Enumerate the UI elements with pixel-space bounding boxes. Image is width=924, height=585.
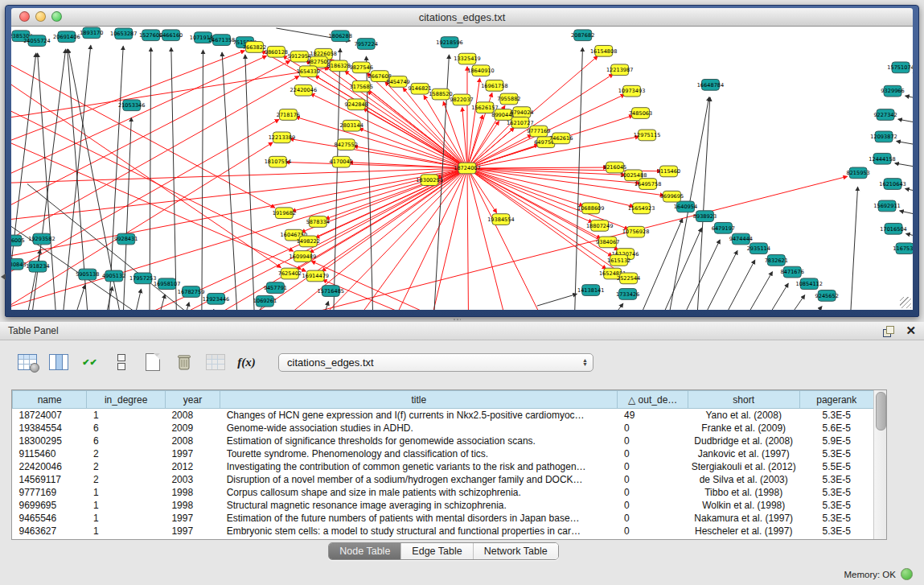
window-resize-grip[interactable] — [900, 297, 911, 308]
network-canvas[interactable]: 2385304240557242069140618931701065328715… — [11, 27, 913, 310]
graph-node[interactable]: 7625402 — [278, 268, 302, 279]
cell-year[interactable]: 1998 — [165, 499, 220, 512]
new-file-icon[interactable] — [142, 352, 163, 373]
cell-pagerank[interactable]: 5.5E-5 — [799, 460, 873, 473]
graph-node[interactable]: 1893170 — [80, 27, 103, 39]
cell-title[interactable]: Estimation of significance thresholds fo… — [220, 435, 618, 447]
graph-node[interactable]: 9329966 — [881, 85, 904, 97]
graph-node[interactable]: 7485063 — [629, 108, 652, 119]
table-row[interactable]: 1456911722003Disruption of a novel membe… — [13, 473, 874, 486]
table-row[interactable]: 946362711997Embryonic stem cells: a mode… — [13, 525, 874, 538]
graph-node[interactable]: 7957224 — [355, 39, 378, 50]
graph-node[interactable]: 9699695 — [660, 191, 684, 202]
table-row[interactable]: 977716911998Corpus callosum shape and si… — [13, 486, 874, 499]
cell-out_de[interactable]: 0 — [618, 512, 688, 525]
graph-node[interactable]: 14138141 — [577, 285, 605, 296]
delete-icon[interactable] — [173, 352, 195, 373]
cell-name[interactable]: 18300295 — [13, 435, 87, 447]
cell-out_de[interactable]: 0 — [618, 422, 688, 435]
graph-node[interactable]: 16782759 — [178, 286, 205, 298]
graph-node[interactable]: 2087682 — [571, 30, 594, 41]
graph-node[interactable]: 1069261 — [253, 295, 277, 307]
tab-edge-table[interactable]: Edge Table — [400, 543, 472, 559]
cell-title[interactable]: Investigating the contribution of common… — [220, 460, 618, 473]
graph-node[interactable]: 10688609 — [577, 203, 605, 214]
cell-title[interactable]: Changes of HCN gene expression and I(f) … — [220, 409, 618, 422]
graph-node[interactable]: 19218596 — [436, 37, 463, 48]
cell-name[interactable]: 9115460 — [13, 447, 87, 460]
graph-node[interactable]: 7832621 — [765, 255, 788, 266]
cell-title[interactable]: Embryonic stem cells: a model to study s… — [220, 525, 618, 538]
graph-node[interactable]: 9822037 — [450, 94, 473, 105]
cell-pagerank[interactable]: 5.3E-5 — [799, 473, 873, 486]
graph-node[interactable]: 1640954 — [674, 201, 697, 212]
graph-node[interactable]: 12444158 — [869, 153, 896, 164]
cell-year[interactable]: 2003 — [165, 473, 220, 486]
scrollbar-thumb[interactable] — [876, 392, 886, 431]
cell-out_de[interactable]: 0 — [618, 460, 688, 473]
graph-node[interactable]: 8427552 — [335, 139, 358, 150]
column-header-short[interactable]: short — [688, 391, 799, 409]
graph-node[interactable]: 15692911 — [873, 200, 901, 212]
graph-node[interactable]: 22420046 — [290, 84, 318, 96]
cell-out_de[interactable]: 0 — [618, 473, 688, 486]
graph-node[interactable]: 16958107 — [154, 278, 181, 290]
graph-node[interactable]: 1167534 — [893, 243, 913, 254]
graph-node[interactable]: 15751074 — [887, 62, 913, 73]
column-header-in_degree[interactable]: in_degree — [87, 391, 165, 409]
graph-node[interactable]: 5905138 — [76, 269, 99, 280]
cell-short[interactable]: Nakamura et al. (1997) — [688, 512, 799, 525]
column-visibility-icon[interactable] — [47, 352, 69, 373]
graph-node[interactable]: 1615132 — [607, 255, 630, 266]
graph-node[interactable]: 20691406 — [53, 31, 80, 43]
cell-short[interactable]: Yano et al. (2008) — [688, 409, 799, 422]
graph-node[interactable]: 1588520 — [429, 89, 452, 100]
graph-node[interactable]: 6466160 — [159, 30, 183, 41]
graph-node[interactable]: 4905132 — [102, 270, 125, 282]
graph-node[interactable]: 18640910 — [467, 65, 495, 76]
cell-pagerank[interactable]: 5.3E-5 — [799, 409, 873, 422]
graph-node[interactable]: 18300295 — [416, 175, 443, 186]
graph-node[interactable]: 1919682 — [273, 208, 296, 219]
graph-node[interactable]: 2718176 — [277, 109, 300, 121]
cell-year[interactable]: 1997 — [165, 447, 220, 460]
function-builder-icon[interactable]: f(x) — [236, 352, 257, 373]
cell-title[interactable]: Structural magnetic resonance image aver… — [220, 499, 618, 512]
memory-status-indicator[interactable] — [901, 568, 913, 580]
graph-node[interactable]: 13325419 — [454, 53, 481, 64]
zoom-button[interactable] — [51, 11, 62, 22]
graph-node[interactable]: 12923446 — [203, 293, 230, 304]
graph-node[interactable]: 9474444 — [729, 233, 753, 245]
table-row[interactable]: 969969511998Structural magnetic resonanc… — [13, 499, 874, 512]
column-header-pagerank[interactable]: pagerank — [799, 391, 873, 409]
cell-name[interactable]: 18724007 — [13, 409, 87, 422]
window-titlebar[interactable]: citations_edges.txt — [11, 8, 913, 27]
graph-node[interactable]: 9457791 — [264, 282, 287, 294]
graph-node[interactable]: 9928431 — [114, 233, 138, 245]
row-height-icon[interactable] — [110, 352, 132, 373]
graph-node[interactable]: 8216045 — [603, 162, 626, 173]
cell-short[interactable]: Hescheler et al. (1997) — [688, 525, 799, 538]
graph-node[interactable]: 16961758 — [481, 80, 508, 91]
cell-short[interactable]: Tibbo et al. (1998) — [688, 486, 799, 499]
graph-node[interactable]: 17957253 — [129, 273, 157, 284]
cell-short[interactable]: Franke et al. (2009) — [688, 422, 799, 435]
table-row[interactable]: 1830029562008Estimation of significance … — [13, 435, 874, 447]
graph-node[interactable]: 1654339 — [297, 66, 320, 77]
table-selector-combobox[interactable]: citations_edges.txt ▲▼ — [278, 353, 593, 372]
graph-node[interactable]: 4170041 — [330, 156, 353, 167]
cell-in_degree[interactable]: 6 — [87, 422, 165, 435]
graph-node[interactable]: 8938923 — [693, 211, 717, 222]
table-settings-icon[interactable] — [16, 352, 38, 373]
cell-title[interactable]: Disruption of a novel member of a sodium… — [220, 473, 618, 486]
delete-table-icon[interactable] — [204, 352, 226, 373]
graph-node[interactable]: 5878334 — [306, 216, 330, 228]
cell-pagerank[interactable]: 5.3E-5 — [799, 525, 873, 538]
cell-in_degree[interactable]: 2 — [87, 460, 165, 473]
cell-in_degree[interactable]: 2 — [87, 447, 165, 460]
cell-pagerank[interactable]: 5.3E-5 — [799, 512, 873, 525]
cell-out_de[interactable]: 0 — [618, 486, 688, 499]
cell-short[interactable]: de Silva et al. (2003) — [688, 473, 799, 486]
cell-out_de[interactable]: 49 — [618, 409, 688, 422]
graph-node[interactable]: 1806288 — [329, 31, 352, 42]
